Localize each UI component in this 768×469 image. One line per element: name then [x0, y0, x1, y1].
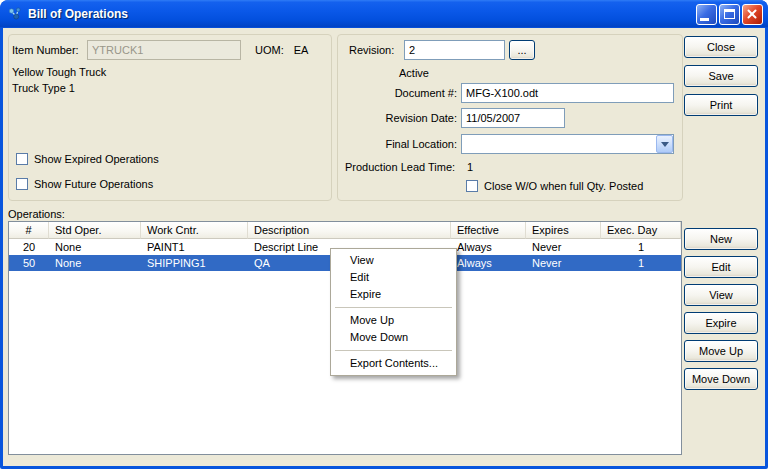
checkbox-icon	[16, 178, 28, 190]
menu-item-expire[interactable]: Expire	[333, 286, 454, 303]
checkbox-icon	[16, 153, 28, 165]
menu-item-export-contents[interactable]: Export Contents...	[333, 355, 454, 372]
column-header-num[interactable]: #	[9, 222, 49, 239]
show-expired-checkbox[interactable]: Show Expired Operations	[16, 152, 159, 166]
item-description-line2: Truck Type 1	[12, 81, 75, 95]
dialog-content: Item Number: UOM: EA Yellow Tough Truck …	[3, 28, 765, 466]
close-window-button[interactable]	[742, 4, 763, 25]
revision-status-text: Active	[399, 66, 429, 80]
revision-date-label: Revision Date:	[349, 111, 457, 125]
document-field[interactable]	[461, 83, 674, 103]
close-button[interactable]: Close	[684, 36, 758, 58]
uom-line: UOM: EA	[255, 43, 308, 57]
close-wo-label: Close W/O when full Qty. Posted	[484, 179, 643, 193]
save-button[interactable]: Save	[684, 65, 758, 87]
table-header: # Std Oper. Work Cntr. Description Effec…	[9, 222, 681, 239]
menu-item-move-down[interactable]: Move Down	[333, 329, 454, 346]
edit-button[interactable]: Edit	[684, 256, 758, 278]
close-wo-checkbox[interactable]: Close W/O when full Qty. Posted	[466, 179, 643, 193]
cell-effective: Always	[451, 255, 526, 271]
lead-time-label: Production Lead Time:	[345, 160, 455, 174]
column-header-effective[interactable]: Effective	[451, 222, 526, 239]
expire-button[interactable]: Expire	[684, 312, 758, 334]
cell-expires: Never	[526, 239, 601, 255]
window-controls	[696, 4, 763, 25]
item-number-field	[87, 40, 241, 60]
show-expired-label: Show Expired Operations	[34, 152, 159, 166]
column-header-exec-day[interactable]: Exec. Day	[601, 222, 681, 239]
menu-item-move-up[interactable]: Move Up	[333, 312, 454, 329]
column-header-expires[interactable]: Expires	[526, 222, 601, 239]
menu-separator	[335, 350, 452, 351]
cell-exec-day: 1	[601, 239, 681, 255]
revision-date-field[interactable]	[461, 108, 565, 128]
menu-item-edit[interactable]: Edit	[333, 269, 454, 286]
view-button[interactable]: View	[684, 284, 758, 306]
uom-value: EA	[294, 43, 309, 57]
revision-label: Revision:	[349, 43, 394, 57]
app-icon	[7, 6, 23, 22]
final-location-label: Final Location:	[349, 137, 457, 151]
item-number-label: Item Number:	[12, 43, 79, 57]
cell-work-cntr: SHIPPING1	[141, 255, 248, 271]
operations-actions: New Edit View Expire Move Up Move Down	[684, 228, 758, 390]
cell-effective: Always	[451, 239, 526, 255]
revision-field[interactable]	[404, 40, 505, 60]
maximize-icon	[724, 9, 735, 19]
move-up-button[interactable]: Move Up	[684, 340, 758, 362]
minimize-button[interactable]	[696, 4, 717, 25]
final-location-field[interactable]	[461, 134, 674, 154]
cell-expires: Never	[526, 255, 601, 271]
cell-std-oper: None	[49, 255, 141, 271]
document-label: Document #:	[349, 86, 457, 100]
chevron-down-icon	[661, 142, 669, 147]
move-down-button[interactable]: Move Down	[684, 368, 758, 390]
cell-num: 20	[9, 239, 49, 255]
dropdown-arrow-button[interactable]	[656, 135, 673, 153]
show-future-label: Show Future Operations	[34, 177, 153, 191]
minimize-icon	[700, 18, 709, 21]
new-button[interactable]: New	[684, 228, 758, 250]
operations-section-label: Operations:	[8, 207, 65, 221]
menu-item-view[interactable]: View	[333, 252, 454, 269]
item-description-line1: Yellow Tough Truck	[12, 65, 106, 79]
cell-exec-day: 1	[601, 255, 681, 271]
show-future-checkbox[interactable]: Show Future Operations	[16, 177, 153, 191]
final-location-combobox[interactable]	[461, 134, 674, 154]
cell-num: 50	[9, 255, 49, 271]
print-button[interactable]: Print	[684, 94, 758, 116]
bill-of-operations-window: Bill of Operations Item Number: UOM: EA …	[0, 0, 768, 469]
dialog-actions: Close Save Print	[684, 36, 758, 116]
lead-time-value: 1	[467, 160, 473, 174]
window-title: Bill of Operations	[28, 7, 696, 21]
revision-browse-button[interactable]: ...	[509, 40, 535, 60]
cell-work-cntr: PAINT1	[141, 239, 248, 255]
column-header-std-oper[interactable]: Std Oper.	[49, 222, 141, 239]
cell-std-oper: None	[49, 239, 141, 255]
menu-separator	[335, 307, 452, 308]
context-menu: View Edit Expire Move Up Move Down Expor…	[330, 248, 457, 376]
column-header-work-cntr[interactable]: Work Cntr.	[141, 222, 248, 239]
titlebar[interactable]: Bill of Operations	[0, 0, 768, 28]
lead-time-line: Production Lead Time: 1	[345, 160, 473, 174]
checkbox-icon	[466, 180, 478, 192]
column-header-description[interactable]: Description	[248, 222, 451, 239]
maximize-button[interactable]	[719, 4, 740, 25]
uom-label: UOM:	[255, 43, 284, 57]
